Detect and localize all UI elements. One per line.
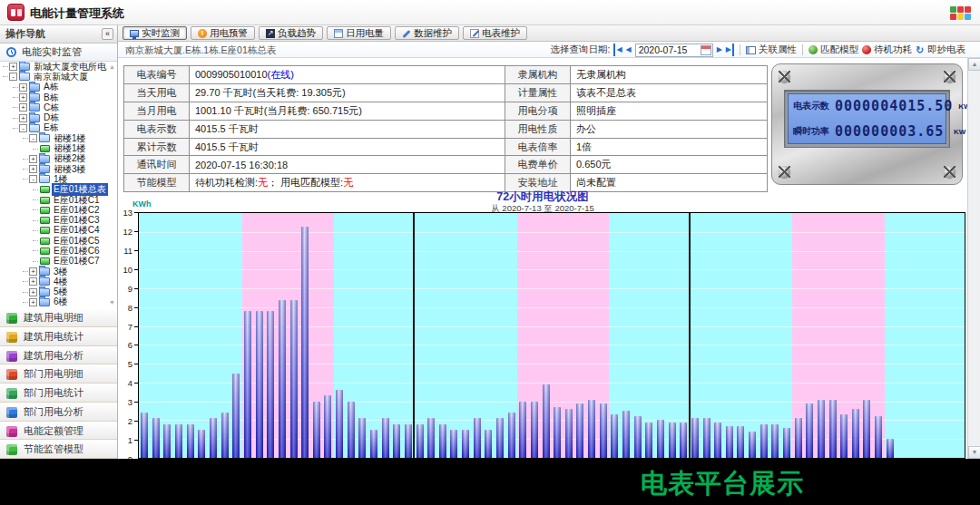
sidebar-item-energy-model[interactable]: 节能监管模型 — [0, 440, 117, 459]
tab-realtime[interactable]: 实时监测 — [122, 26, 187, 40]
tab-load-trend[interactable]: ↗负载趋势 — [259, 26, 323, 40]
tree-connector — [23, 292, 28, 293]
meter-icon — [40, 207, 50, 214]
row-label: 当天用电 — [124, 84, 190, 102]
hour-bar — [543, 384, 550, 458]
section-realtime-monitor[interactable]: 电能实时监管 — [0, 44, 117, 62]
calendar-button[interactable] — [701, 45, 711, 55]
y-tick-label: 8 — [113, 303, 132, 313]
sidebar-item-building-stats[interactable]: 建筑用电统计 — [0, 327, 117, 346]
screw-icon — [779, 71, 790, 83]
hour-bar — [806, 403, 813, 458]
expand-icon[interactable]: + — [29, 277, 37, 286]
content-scrollbar[interactable]: ▲ ▼ — [967, 58, 980, 459]
sidebar-item-building-detail[interactable]: 建筑用电明细 — [0, 308, 117, 327]
dept-detail-icon — [6, 369, 17, 380]
monitor-icon — [130, 30, 139, 37]
hour-bar — [450, 430, 457, 458]
row-label: 当月用电 — [124, 102, 190, 121]
standby-button[interactable]: 待机功耗 — [862, 44, 912, 56]
lcd-row-power: 瞬时功率 000000003.65 KW — [793, 123, 941, 140]
scroll-down-button[interactable]: ▼ — [968, 446, 980, 459]
scroll-up-button[interactable]: ▲ — [968, 58, 980, 71]
value-text: 1倍 — [576, 141, 592, 154]
hour-bar — [313, 402, 320, 458]
expand-icon[interactable]: + — [19, 103, 27, 112]
collapse-sidebar-button[interactable]: « — [102, 28, 113, 40]
chart-y-axis-label: KWh — [132, 199, 152, 209]
expand-icon[interactable]: + — [19, 114, 27, 122]
hour-bar — [634, 416, 642, 458]
date-input[interactable] — [636, 44, 698, 55]
sidebar-item-quota-mgmt[interactable]: 电能定额管理 — [0, 422, 117, 441]
app-title: 电能计量管理系统 — [30, 5, 124, 22]
folder-icon — [29, 83, 40, 92]
tab-warning[interactable]: !用电预警 — [191, 26, 255, 40]
hour-bar — [829, 400, 837, 458]
expand-icon[interactable]: + — [9, 63, 17, 71]
collapse-icon[interactable]: - — [9, 73, 17, 81]
expand-icon[interactable]: + — [29, 155, 37, 163]
tab-data-maintenance[interactable]: 数据维护 — [395, 26, 459, 40]
lcd-label: 电表示数 — [793, 100, 835, 112]
read-meter-button[interactable]: ↻即抄电表 — [916, 44, 965, 56]
collapse-icon[interactable]: - — [19, 124, 27, 132]
gridline — [139, 232, 965, 233]
hour-bar — [840, 414, 848, 458]
hour-bar — [439, 424, 446, 458]
hour-bar — [691, 418, 699, 458]
tree-connector — [3, 66, 8, 67]
collapse-icon[interactable]: - — [29, 134, 37, 142]
apps-grid-icon[interactable] — [950, 6, 971, 20]
tree-connector — [33, 199, 38, 200]
date-next-button[interactable]: ▶ — [717, 44, 722, 56]
date-last-button[interactable]: ▶ — [726, 44, 734, 56]
row-value: 0009905010010 (在线) — [190, 66, 505, 84]
hour-bar — [462, 430, 469, 458]
hour-bar — [256, 311, 263, 458]
meter-lcd-panel: 电表示数 0000004015.50 KWh 瞬时功率 000000003.65… — [771, 63, 963, 185]
y-tick-label: 3 — [113, 397, 132, 407]
match-button[interactable]: 匹配模型 — [808, 44, 858, 56]
hour-bar — [187, 424, 194, 458]
expand-icon[interactable]: + — [19, 83, 27, 92]
hour-bar — [863, 400, 870, 458]
breadcrumb: 南京新城大厦.E栋.1栋.E座01栋总表 — [125, 44, 276, 57]
tree-connector — [13, 87, 18, 88]
y-tick-label: 10 — [113, 265, 132, 275]
tree-connector — [23, 169, 28, 170]
separator — [802, 44, 803, 55]
folder-icon — [39, 155, 50, 163]
tree-scroll-up-icon[interactable]: ▲ — [109, 63, 115, 70]
value-text: 办公 — [576, 122, 596, 136]
tree-connector — [23, 281, 28, 282]
hour-bar — [221, 413, 229, 458]
sidebar-item-dept-stats[interactable]: 部门用电统计 — [0, 384, 117, 403]
value-text: 该表不是总表 — [576, 86, 636, 100]
expand-icon[interactable]: + — [19, 93, 27, 102]
tree-connector — [13, 118, 18, 119]
assoc-button[interactable]: 关联属性 — [746, 44, 797, 56]
value-text: 尚未配置 — [576, 176, 616, 189]
tree-item-label: 6楼 — [52, 296, 70, 308]
date-prev-button[interactable]: ◀ — [626, 44, 632, 56]
expand-icon[interactable]: + — [29, 165, 37, 173]
expand-icon[interactable]: + — [29, 267, 37, 276]
hour-bar — [152, 418, 160, 458]
tree-item[interactable]: +6楼 — [0, 297, 117, 307]
device-tree: +新城大厦变电所电-南京新城大厦+A栋+B栋+C栋+D栋-E栋-裙楼1楼裙楼1楼… — [0, 62, 117, 308]
sidebar-item-building-analysis[interactable]: 建筑用电分析 — [0, 346, 117, 365]
tab-meter-maintenance[interactable]: 电表维护 — [463, 26, 527, 40]
collapse-icon[interactable]: - — [29, 175, 37, 183]
gridline — [139, 251, 965, 252]
sidebar-item-dept-analysis[interactable]: 部门用电分析 — [0, 403, 117, 422]
hour-bar — [887, 439, 894, 458]
hour-bar — [852, 409, 859, 458]
expand-icon[interactable]: + — [29, 298, 37, 306]
expand-icon[interactable]: + — [29, 288, 37, 296]
hour-bar — [795, 418, 802, 458]
tab-daily-usage[interactable]: 日用电量 — [327, 26, 391, 40]
date-first-button[interactable]: ◀ — [613, 44, 622, 56]
y-tick-label: 4 — [113, 378, 132, 388]
sidebar-item-dept-detail[interactable]: 部门用电明细 — [0, 364, 117, 384]
